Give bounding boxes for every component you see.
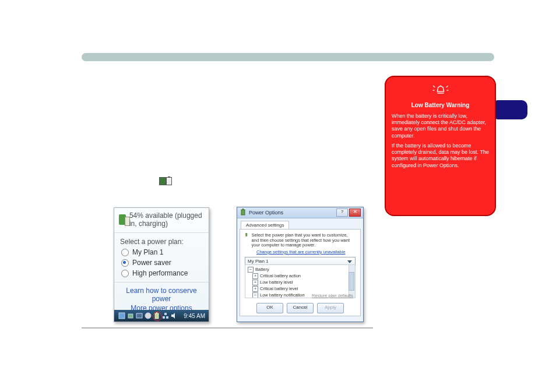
footer-rule bbox=[82, 327, 373, 329]
svg-rect-7 bbox=[166, 316, 168, 319]
svg-rect-2 bbox=[136, 313, 142, 318]
tray-network-icon[interactable] bbox=[162, 312, 169, 319]
change-unavailable-link[interactable]: Change settings that are currently unava… bbox=[240, 249, 360, 255]
tray-volume-icon[interactable] bbox=[171, 312, 178, 319]
window-help-button[interactable]: ? bbox=[336, 209, 348, 217]
svg-rect-6 bbox=[163, 316, 165, 319]
tray-power-icon[interactable] bbox=[153, 312, 160, 319]
inline-power-icons bbox=[159, 177, 172, 185]
window-close-button[interactable]: ✕ bbox=[349, 209, 361, 217]
tray-icon[interactable] bbox=[145, 312, 152, 319]
power-plan-label: Select a power plan: bbox=[114, 233, 209, 247]
radio-icon bbox=[121, 249, 129, 256]
warning-text-1: When the battery is critically low, imme… bbox=[392, 113, 489, 139]
tree-item[interactable]: Low battery level bbox=[260, 280, 293, 285]
alarm-icon bbox=[392, 84, 489, 98]
dialog-title: Power Options bbox=[249, 210, 283, 216]
taskbar: 9:45 AM bbox=[114, 310, 209, 322]
svg-rect-12 bbox=[246, 234, 247, 236]
apply-button[interactable]: Apply bbox=[317, 303, 344, 313]
taskbar-clock[interactable]: 9:45 AM bbox=[184, 313, 205, 319]
tray-icons bbox=[118, 312, 178, 319]
tree-item[interactable]: Low battery notification bbox=[260, 292, 305, 298]
svg-point-3 bbox=[145, 313, 151, 319]
plan-option-power-saver[interactable]: Power saver bbox=[114, 257, 209, 268]
plug-icon bbox=[159, 177, 166, 185]
scrollbar-thumb[interactable] bbox=[349, 272, 354, 291]
dialog-info-text: Select the power plan that you want to c… bbox=[252, 233, 356, 248]
tree-root[interactable]: Battery bbox=[255, 267, 269, 272]
svg-rect-10 bbox=[241, 210, 245, 215]
power-flyout: 54% available (plugged in, charging) Sel… bbox=[114, 207, 209, 322]
svg-rect-11 bbox=[242, 209, 244, 210]
plan-option-label: My Plan 1 bbox=[132, 248, 163, 256]
svg-rect-8 bbox=[164, 313, 167, 315]
battery-icon bbox=[166, 177, 172, 185]
plan-dropdown-value: My Plan 1 bbox=[248, 259, 269, 264]
svg-marker-9 bbox=[171, 313, 175, 319]
tree-item[interactable]: Critical battery level bbox=[260, 286, 298, 291]
plan-option-high-performance[interactable]: High performance bbox=[114, 268, 209, 278]
warning-text-2: If the battery is allowed to become comp… bbox=[392, 143, 489, 169]
power-plan-info-icon bbox=[245, 233, 248, 243]
tray-icon[interactable] bbox=[127, 312, 134, 319]
radio-icon bbox=[121, 259, 129, 267]
plan-option-label: High performance bbox=[132, 269, 188, 277]
svg-marker-14 bbox=[347, 260, 352, 263]
power-status-text: 54% available (plugged in, charging) bbox=[129, 211, 204, 228]
section-rule bbox=[82, 53, 494, 61]
svg-rect-1 bbox=[128, 314, 133, 318]
tray-icon[interactable] bbox=[118, 312, 125, 319]
power-options-title-icon bbox=[240, 209, 247, 217]
plan-option-my-plan-1[interactable]: My Plan 1 bbox=[114, 247, 209, 257]
power-options-dialog: Power Options ? ✕ Advanced settings Sele… bbox=[237, 207, 364, 322]
tab-advanced-settings[interactable]: Advanced settings bbox=[241, 221, 289, 229]
radio-icon bbox=[121, 270, 129, 277]
plan-option-label: Power saver bbox=[132, 259, 171, 267]
highlight-circle-icon bbox=[153, 312, 162, 321]
svg-rect-0 bbox=[119, 313, 125, 319]
side-tab bbox=[492, 100, 527, 119]
cancel-button[interactable]: Cancel bbox=[287, 303, 314, 313]
svg-rect-13 bbox=[246, 233, 247, 234]
power-status-icon bbox=[119, 213, 126, 226]
ok-button[interactable]: OK bbox=[256, 303, 283, 313]
tree-item[interactable]: Critical battery action bbox=[260, 273, 301, 278]
tray-icon[interactable] bbox=[136, 312, 143, 319]
restore-defaults-link[interactable]: Restore plan defaults bbox=[312, 293, 353, 298]
warning-callout: Low Battery Warning When the battery is … bbox=[385, 76, 496, 216]
chevron-down-icon bbox=[347, 259, 353, 264]
warning-title: Low Battery Warning bbox=[392, 102, 489, 110]
link-conserve-power[interactable]: Learn how to conserve power bbox=[117, 286, 206, 303]
